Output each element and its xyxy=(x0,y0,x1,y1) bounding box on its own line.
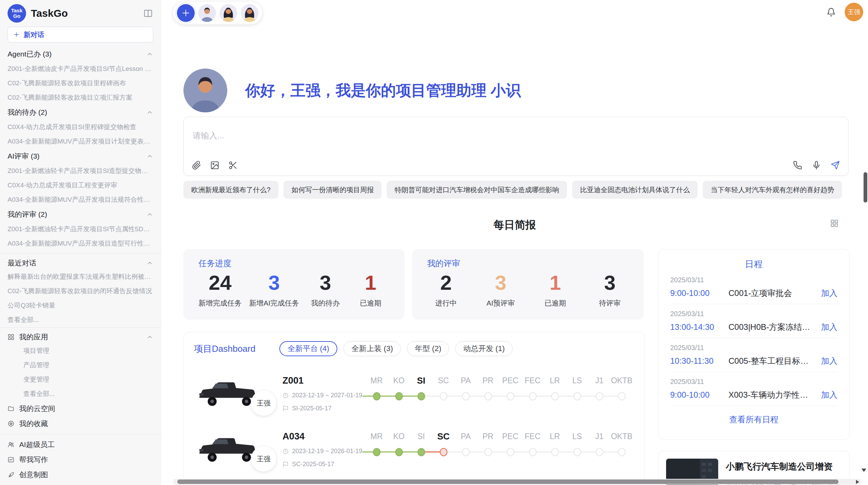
schedule-date: 2025/03/11 xyxy=(670,344,837,352)
tool-label: 帮我写作 xyxy=(19,455,48,464)
tool-label: AI超级员工 xyxy=(19,440,55,449)
project-row[interactable]: 王强 A034 2023-12-19 ~ 2026-01-19 SC-2025-… xyxy=(194,430,634,468)
recent-view-all[interactable]: 查看全部... xyxy=(8,313,153,325)
sidebar-tool[interactable]: AI超级员工 xyxy=(8,437,153,452)
stat-card: 任务进度 24 新增完成任务 3 新增AI完成任务 3 我的待办 1 xyxy=(183,249,405,320)
sidebar-item[interactable]: Z001-全新燃油皮卡产品开发项目SI节点Lesson Learn报告 xyxy=(8,62,153,76)
milestone-label: FEC xyxy=(521,375,544,386)
sidebar-group-header[interactable]: Agent已办 (3) xyxy=(8,47,153,62)
notification-bell-icon[interactable] xyxy=(827,8,836,17)
chevron-up-icon[interactable] xyxy=(146,109,153,116)
stat-label: 我的待办 xyxy=(306,298,344,308)
filter-pill[interactable]: 动总开发 (1) xyxy=(455,341,513,356)
suggestion-chip[interactable]: 特朗普可能对进口汽车增税会对中国车企造成哪些影响 xyxy=(387,181,567,199)
recent-chats-header[interactable]: 最近对话 xyxy=(8,257,153,270)
join-link[interactable]: 加入 xyxy=(821,322,837,333)
chevron-up-icon[interactable] xyxy=(146,260,153,266)
sidebar-item[interactable]: C02-飞腾新能源轻客改款项目里程碑画布 xyxy=(8,76,153,90)
paperclip-icon[interactable] xyxy=(192,161,201,170)
milestone-label: KO xyxy=(388,375,410,386)
sidebar-tool[interactable]: 创意制图 xyxy=(8,467,153,482)
milestone-label: SI xyxy=(410,431,432,442)
scroll-down-arrow[interactable] xyxy=(861,469,866,472)
suggestion-chip[interactable]: 当下年轻人对汽车外观有怎样的喜好趋势 xyxy=(703,181,842,199)
shortcut-icon xyxy=(8,420,14,427)
join-link[interactable]: 加入 xyxy=(821,389,837,400)
send-icon[interactable] xyxy=(831,161,840,170)
sidebar-item[interactable]: A034-全新新能源MUV产品开发项目造型可行性评审 xyxy=(8,236,153,251)
app-item[interactable]: 产品管理 xyxy=(8,358,153,372)
recent-chat-item[interactable]: 公司Q3轻卡销量 xyxy=(8,298,153,313)
milestone-label: FEC xyxy=(521,431,544,442)
join-link[interactable]: 加入 xyxy=(821,356,837,366)
shortcut-label: 我的云空间 xyxy=(19,404,55,413)
chevron-up-icon[interactable] xyxy=(146,334,153,340)
project-row[interactable]: 王强 Z001 2023-12-19 ~ 2027-01-19 SI-2025-… xyxy=(194,374,634,412)
schedule-card: 日程 2025/03/11 9:00-10:00 C001-立项审批会 加入 2… xyxy=(658,249,849,440)
sidebar-tool[interactable]: 帮我写作 xyxy=(8,452,153,467)
layout-grid-icon[interactable] xyxy=(830,219,839,228)
suggestion-chip[interactable]: 欧洲新规最近颁布了什么? xyxy=(183,181,278,199)
project-flag-milestone: SI-2025-05-17 xyxy=(282,405,365,412)
join-link[interactable]: 加入 xyxy=(821,288,837,299)
chevron-up-icon[interactable] xyxy=(146,153,153,160)
image-icon[interactable] xyxy=(210,161,219,170)
schedule-name: C003|H0B-方案冻结评审 xyxy=(728,322,816,333)
agent-avatar[interactable] xyxy=(219,4,237,22)
sidebar-item[interactable]: A034-全新新能源MUV产品开发项目计划变更表编写 xyxy=(8,134,153,149)
filter-pill[interactable]: 全新上装 (3) xyxy=(343,341,401,356)
chevron-up-icon[interactable] xyxy=(146,51,153,58)
sidebar-item[interactable]: C0X4-动力总成开发项目工程变更评审 xyxy=(8,178,153,192)
suggestion-chip[interactable]: 比亚迪全固态电池计划具体说了什么 xyxy=(572,181,698,199)
milestone-dot xyxy=(395,392,403,400)
recent-chat-item[interactable]: C02-飞腾新能源轻客改款项目的闭环通告反馈情况 xyxy=(8,284,153,298)
suggestion-chip[interactable]: 如何写一份清晰的项目周报 xyxy=(284,181,382,199)
horizontal-scrollbar-thumb[interactable] xyxy=(177,480,839,484)
new-chat-button[interactable]: 新对话 xyxy=(8,27,153,42)
stat-column: 24 新增完成任务 xyxy=(198,272,242,308)
owner-badge: 王强 xyxy=(251,446,276,472)
sidebar-shortcuts: 我的云空间 我的收藏 xyxy=(8,401,153,431)
recent-chat-item[interactable]: 解释最新出台的欧盟报废车法规再生塑料比例被调至15%... xyxy=(8,270,153,284)
sidebar-group-header[interactable]: 我的待办 (2) xyxy=(8,105,153,120)
divider xyxy=(0,253,161,254)
app-title: TaskGo xyxy=(31,8,143,19)
sidebar-item[interactable]: Z001-全新燃油轻卡产品开发项目SI节点属性5D文件评审 xyxy=(8,222,153,236)
sidebar-group-header[interactable]: 我的评审 (2) xyxy=(8,207,153,222)
add-agent-button[interactable] xyxy=(177,4,195,22)
milestone-label: SC xyxy=(432,375,455,386)
milestone-dot xyxy=(574,448,581,456)
app-item[interactable]: 查看全部... xyxy=(8,387,153,401)
view-all-schedule-link[interactable]: 查看所有日程 xyxy=(670,414,837,425)
project-date-range: 2023-12-19 ~ 2027-01-19 xyxy=(282,392,365,399)
agent-avatar[interactable] xyxy=(241,4,258,22)
sidebar-shortcut[interactable]: 我的收藏 xyxy=(8,416,153,431)
milestone-dot xyxy=(484,392,492,400)
horizontal-scrollbar[interactable] xyxy=(173,479,861,485)
sidebar-item[interactable]: C02-飞腾新能源轻客改款项目立项汇报方案 xyxy=(8,90,153,105)
agent-avatar[interactable] xyxy=(198,4,216,22)
collapse-sidebar-icon[interactable] xyxy=(143,9,153,18)
sidebar-group-items: Z001-全新燃油轻卡产品开发项目SI节点属性5D文件评审A034-全新新能源M… xyxy=(8,222,153,251)
schedule-entry: 2025/03/11 9:00-10:00 X003-车辆动力学性能验... 加… xyxy=(670,372,837,406)
milestone-timeline: MRKOSISCPAPRPECFECLRLSJ1OKTB xyxy=(365,375,634,407)
stat-value: 1 xyxy=(537,272,574,294)
sidebar-item[interactable]: Z001-全新燃油轻卡产品开发项目SI造型提交物评审 xyxy=(8,164,153,178)
sidebar-item[interactable]: A034-全新新能源MUV产品开发项目法规符合性评审 xyxy=(8,192,153,207)
vertical-scrollbar-thumb[interactable] xyxy=(864,172,867,202)
filter-pill[interactable]: 全新平台 (4) xyxy=(279,341,337,356)
filter-pill[interactable]: 年型 (2) xyxy=(407,341,449,356)
scissors-icon[interactable] xyxy=(228,161,238,170)
sidebar-item[interactable]: C0X4-动力总成开发项目SI里程碑提交物检查 xyxy=(8,120,153,134)
my-apps-header[interactable]: 我的应用 xyxy=(8,331,153,344)
phone-icon[interactable] xyxy=(793,161,802,170)
app-item[interactable]: 项目管理 xyxy=(8,344,153,358)
sidebar-shortcut[interactable]: 我的云空间 xyxy=(8,401,153,416)
app-item[interactable]: 变更管理 xyxy=(8,372,153,387)
chevron-up-icon[interactable] xyxy=(146,211,153,218)
sidebar-group-header[interactable]: AI评审 (3) xyxy=(8,149,153,164)
chat-input[interactable]: 请输入... xyxy=(193,130,398,141)
stat-value: 2 xyxy=(427,272,465,294)
mic-icon[interactable] xyxy=(812,161,821,170)
user-avatar[interactable]: 王强 xyxy=(845,3,863,21)
